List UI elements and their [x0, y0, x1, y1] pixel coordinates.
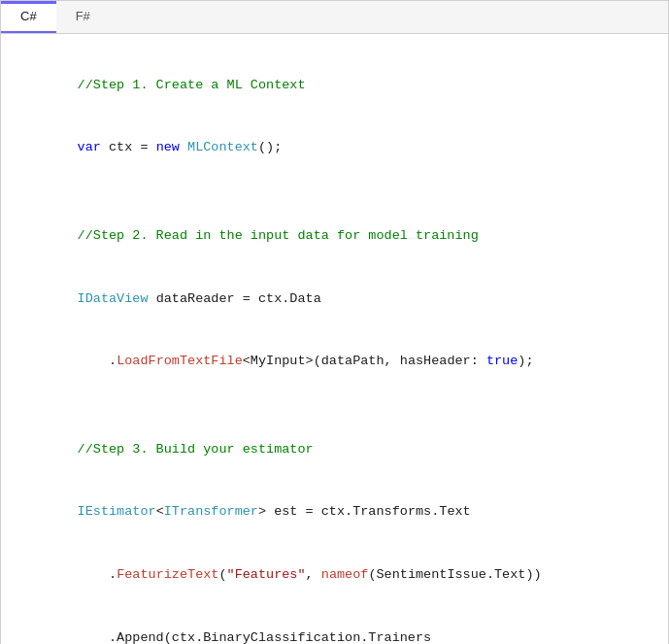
tab-bar: C# F#: [1, 1, 668, 34]
code-step2b: .LoadFromTextFile<MyInput>(dataPath, has…: [30, 330, 639, 393]
code-step3a: IEstimator<ITransformer> est = ctx.Trans…: [30, 481, 639, 544]
editor-container: C# F# //Step 1. Create a ML Context var …: [0, 0, 669, 644]
code-area: //Step 1. Create a ML Context var ctx = …: [1, 34, 668, 644]
blank-2: [30, 393, 639, 419]
code-step3b: .FeaturizeText("Features", nameof(Sentim…: [30, 544, 639, 607]
code-step3c: .Append(ctx.BinaryClassification.Trainer…: [30, 606, 639, 644]
blank-1: [30, 180, 639, 205]
comment-step3: //Step 3. Build your estimator: [30, 418, 639, 481]
code-step2a: IDataView dataReader = ctx.Data: [30, 267, 639, 330]
tab-fsharp[interactable]: F#: [56, 1, 110, 33]
comment-step1: //Step 1. Create a ML Context: [30, 53, 639, 117]
tab-csharp[interactable]: C#: [1, 1, 56, 33]
comment-step2: //Step 2. Read in the input data for mod…: [30, 204, 639, 267]
code-step1: var ctx = new MLContext();: [30, 117, 639, 180]
